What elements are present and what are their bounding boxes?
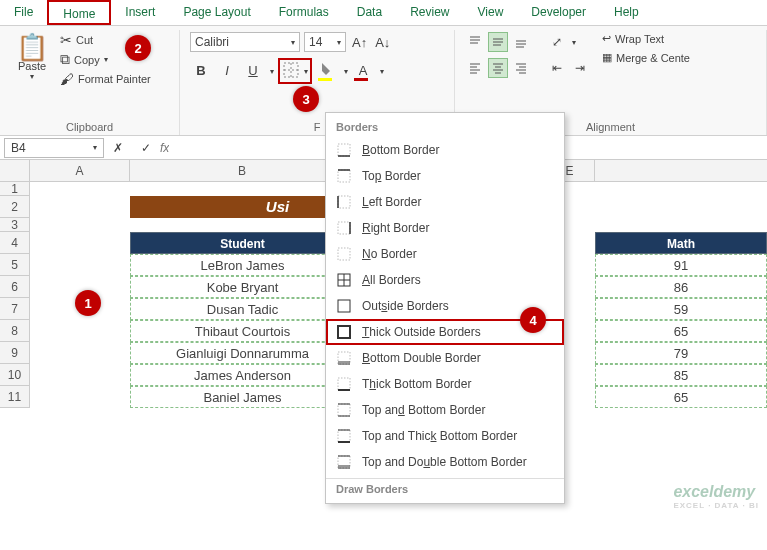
tab-view[interactable]: View xyxy=(464,0,518,25)
cell-student[interactable]: LeBron James xyxy=(130,254,355,276)
cell-student[interactable]: Baniel James xyxy=(130,386,355,408)
fill-color-caret[interactable]: ▾ xyxy=(344,67,348,76)
border-top-thick-bottom-item[interactable]: Top and Thick Bottom Border xyxy=(326,423,564,449)
cell-math[interactable]: 59 xyxy=(595,298,767,320)
step-badge-2: 2 xyxy=(125,35,151,61)
cell-student[interactable]: Thibaut Courtois xyxy=(130,320,355,342)
tab-help[interactable]: Help xyxy=(600,0,653,25)
row-header-5[interactable]: 5 xyxy=(0,254,30,276)
font-color-button[interactable]: A xyxy=(352,60,374,82)
border-all-item[interactable]: All Borders xyxy=(326,267,564,293)
cell-math[interactable]: 85 xyxy=(595,364,767,386)
tab-developer[interactable]: Developer xyxy=(517,0,600,25)
border-none-item[interactable]: No Border xyxy=(326,241,564,267)
row-header-6[interactable]: 6 xyxy=(0,276,30,298)
border-bottom-double-item[interactable]: Bottom Double Border xyxy=(326,345,564,371)
svg-rect-43 xyxy=(338,404,350,416)
paste-dropdown-caret[interactable]: ▾ xyxy=(30,72,34,81)
cell-math[interactable]: 86 xyxy=(595,276,767,298)
row-header-2[interactable]: 2 xyxy=(0,196,30,218)
row-header-11[interactable]: 11 xyxy=(0,386,30,408)
clipboard-group: 📋 Paste ▾ ✂Cut ⧉Copy▾ 🖌Format Painter Cl… xyxy=(0,30,180,135)
cell-math[interactable]: 79 xyxy=(595,342,767,364)
paste-label: Paste xyxy=(18,60,46,72)
align-center-button[interactable] xyxy=(488,58,508,78)
name-box[interactable]: B4▾ xyxy=(4,138,104,158)
align-left-button[interactable] xyxy=(465,58,485,78)
underline-button[interactable]: U xyxy=(242,60,264,82)
border-bottom-item[interactable]: Bottom Border xyxy=(326,137,564,163)
decrease-font-button[interactable]: A↓ xyxy=(373,35,392,50)
border-top-item[interactable]: Top Border xyxy=(326,163,564,189)
format-painter-button[interactable]: 🖌Format Painter xyxy=(60,71,151,87)
tab-formulas[interactable]: Formulas xyxy=(265,0,343,25)
tab-home[interactable]: Home xyxy=(47,0,111,25)
wrap-text-button[interactable]: ↩Wrap Text xyxy=(602,32,690,45)
accept-formula-button[interactable]: ✓ xyxy=(136,141,156,155)
tab-page-layout[interactable]: Page Layout xyxy=(169,0,264,25)
tab-data[interactable]: Data xyxy=(343,0,396,25)
scissors-icon: ✂ xyxy=(60,32,72,48)
font-name-select[interactable]: Calibri▾ xyxy=(190,32,300,52)
align-bottom-button[interactable] xyxy=(511,32,531,52)
cell-student[interactable]: Gianluigi Donnarumma xyxy=(130,342,355,364)
row-header-3[interactable]: 3 xyxy=(0,218,30,232)
row-header-7[interactable]: 7 xyxy=(0,298,30,320)
border-top-bottom-icon xyxy=(336,402,352,418)
clipboard-icon: 📋 xyxy=(16,34,48,60)
underline-caret[interactable]: ▾ xyxy=(270,67,274,76)
row-header-1[interactable]: 1 xyxy=(0,182,30,196)
border-button[interactable]: ▾ xyxy=(278,58,312,84)
svg-rect-28 xyxy=(338,196,350,208)
cell-student[interactable]: Dusan Tadic xyxy=(130,298,355,320)
font-color-caret[interactable]: ▾ xyxy=(380,67,384,76)
font-size-select[interactable]: 14▾ xyxy=(304,32,346,52)
watermark: exceldemy EXCEL · DATA · BI xyxy=(673,483,759,510)
align-right-button[interactable] xyxy=(511,58,531,78)
ribbon-tabs: File Home Insert Page Layout Formulas Da… xyxy=(0,0,767,26)
svg-rect-36 xyxy=(338,300,350,312)
row-header-4[interactable]: 4 xyxy=(0,232,30,254)
cell-math[interactable]: 65 xyxy=(595,320,767,342)
paste-button[interactable]: 📋 Paste ▾ xyxy=(10,32,54,87)
merge-center-button[interactable]: ▦Merge & Cente xyxy=(602,51,690,64)
border-outside-icon xyxy=(336,298,352,314)
align-middle-button[interactable] xyxy=(488,32,508,52)
col-header-b[interactable]: B xyxy=(130,160,355,181)
cell-student[interactable]: James Anderson xyxy=(130,364,355,386)
row-header-9[interactable]: 9 xyxy=(0,342,30,364)
tab-insert[interactable]: Insert xyxy=(111,0,169,25)
col-header-a[interactable]: A xyxy=(30,160,130,181)
border-dropdown-caret[interactable]: ▾ xyxy=(304,67,308,76)
paintbrush-icon: 🖌 xyxy=(60,71,74,87)
cell-student[interactable]: Kobe Bryant xyxy=(130,276,355,298)
row-header-8[interactable]: 8 xyxy=(0,320,30,342)
border-left-item[interactable]: Left Border xyxy=(326,189,564,215)
border-none-icon xyxy=(336,246,352,262)
increase-font-button[interactable]: A↑ xyxy=(350,35,369,50)
bold-button[interactable]: B xyxy=(190,60,212,82)
border-right-item[interactable]: Right Border xyxy=(326,215,564,241)
cancel-formula-button[interactable]: ✗ xyxy=(108,141,128,155)
tab-file[interactable]: File xyxy=(0,0,47,25)
fill-color-button[interactable] xyxy=(316,60,338,82)
cell-math[interactable]: 91 xyxy=(595,254,767,276)
step-badge-1: 1 xyxy=(75,290,101,316)
svg-rect-0 xyxy=(284,63,298,77)
clipboard-group-label: Clipboard xyxy=(10,118,169,135)
border-thick-bottom-item[interactable]: Thick Bottom Border xyxy=(326,371,564,397)
cell-math[interactable]: 65 xyxy=(595,386,767,408)
tab-review[interactable]: Review xyxy=(396,0,463,25)
border-top-double-bottom-item[interactable]: Top and Double Bottom Border xyxy=(326,449,564,475)
dropdown-section-borders: Borders xyxy=(326,117,564,137)
row-header-10[interactable]: 10 xyxy=(0,364,30,386)
orientation-button[interactable]: ⤢ xyxy=(547,32,567,52)
select-all-corner[interactable] xyxy=(0,160,30,181)
border-bottom-double-icon xyxy=(336,350,352,366)
align-top-button[interactable] xyxy=(465,32,485,52)
increase-indent-button[interactable]: ⇥ xyxy=(570,58,590,78)
decrease-indent-button[interactable]: ⇤ xyxy=(547,58,567,78)
italic-button[interactable]: I xyxy=(216,60,238,82)
fx-label[interactable]: fx xyxy=(160,141,169,155)
border-top-bottom-item[interactable]: Top and Bottom Border xyxy=(326,397,564,423)
